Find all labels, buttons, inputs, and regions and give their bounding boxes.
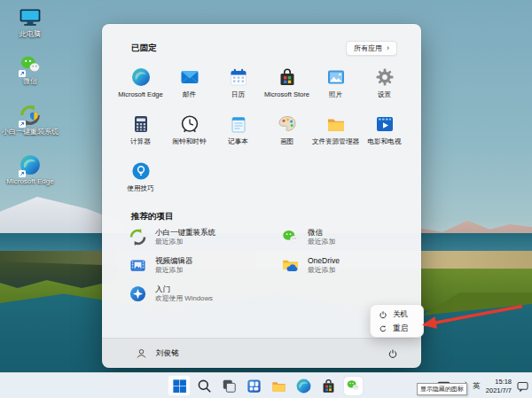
- recommended-item-name: OneDrive: [308, 256, 340, 265]
- desktop-icon-xiaobai-reinstall[interactable]: 小白一键重装系统: [2, 104, 59, 136]
- pinned-app-file-explorer[interactable]: 文件资源管理器: [311, 111, 360, 153]
- pinned-apps-grid: Microsoft Edge 邮件 日历 Microsoft Store 照片 …: [116, 64, 409, 200]
- pinned-app-settings[interactable]: 设置: [360, 64, 409, 106]
- task-view-button[interactable]: [217, 375, 240, 396]
- notification-center-icon[interactable]: [517, 381, 528, 392]
- this-pc-icon: [18, 6, 43, 29]
- recommended-item-text: 微信 最近添加: [308, 228, 335, 246]
- wechat-icon: [346, 378, 360, 393]
- all-apps-button[interactable]: 所有应用 ›: [346, 41, 397, 56]
- chevron-right-icon: ›: [387, 44, 389, 52]
- recommended-item-onedrive[interactable]: OneDrive 最近添加: [281, 255, 408, 276]
- calculator-icon: [130, 113, 152, 135]
- tips-bulb-icon: [130, 160, 152, 182]
- file-explorer-button[interactable]: [267, 375, 290, 396]
- notepad-icon: [228, 113, 249, 135]
- recommended-item-name: 小白一键重装系统: [155, 228, 215, 237]
- calendar-icon: [228, 66, 249, 88]
- windows-logo-icon: [171, 378, 188, 394]
- pinned-app-label: 日历: [231, 90, 245, 99]
- power-icon: [379, 310, 387, 319]
- edge-taskbar-button[interactable]: [292, 375, 315, 396]
- recommended-item-video-editor[interactable]: 视频编辑器 最近添加: [129, 255, 281, 276]
- recommended-item-name: 微信: [308, 228, 335, 237]
- widgets-icon: [246, 378, 262, 394]
- recommended-item-text: 视频编辑器 最近添加: [155, 256, 193, 275]
- start-button[interactable]: [168, 375, 191, 396]
- pinned-app-label: 闹钟和时钟: [173, 137, 207, 146]
- pinned-app-store[interactable]: Microsoft Store: [262, 64, 311, 106]
- edge-icon: [18, 153, 43, 176]
- gear-icon: [374, 66, 395, 88]
- recommended-item-get-started[interactable]: 入门 欢迎使用 Windows: [129, 284, 281, 304]
- user-account-button[interactable]: 刘俊铭: [134, 339, 179, 368]
- pinned-app-alarms-clock[interactable]: 闹钟和时钟: [165, 111, 214, 153]
- taskbar-center-icons: [168, 375, 364, 396]
- search-button[interactable]: [192, 375, 215, 396]
- search-icon: [196, 378, 213, 394]
- pinned-section-header: 已固定: [131, 43, 157, 54]
- recommended-item-wechat[interactable]: 微信 最近添加: [281, 227, 408, 247]
- store-taskbar-button[interactable]: [317, 375, 340, 396]
- recommended-item-sub: 最近添加: [155, 238, 215, 246]
- tray-date: 2021/7/7: [486, 386, 512, 395]
- desktop-icon-label: Microsoft Edge: [2, 177, 59, 185]
- shutdown-label: 关机: [393, 309, 408, 320]
- pinned-app-label: 计算器: [130, 137, 151, 146]
- folder-icon: [325, 113, 347, 135]
- wechat-icon: [18, 53, 43, 76]
- power-button[interactable]: [383, 344, 402, 363]
- user-name: 刘俊铭: [156, 348, 179, 359]
- recommended-item-name: 入门: [155, 285, 213, 293]
- pinned-app-edge[interactable]: Microsoft Edge: [116, 64, 165, 106]
- desktop-icon-label: 此电脑: [2, 30, 59, 38]
- shutdown-menu-item[interactable]: 关机: [371, 308, 423, 322]
- recommended-grid: 小白一键重装系统 最近添加 微信 最近添加 视频编辑器 最近添加 OneDriv…: [129, 227, 408, 304]
- shortcut-arrow-badge: [19, 70, 26, 77]
- pinned-app-label: 邮件: [183, 90, 196, 99]
- power-icon: [387, 348, 398, 359]
- shortcut-arrow-badge: [19, 121, 26, 128]
- recommended-item-sub: 最近添加: [308, 238, 335, 246]
- pinned-app-label: 照片: [329, 90, 342, 99]
- desktop-icon-edge[interactable]: Microsoft Edge: [2, 153, 59, 185]
- pinned-app-calculator[interactable]: 计算器: [116, 111, 165, 153]
- restart-menu-item[interactable]: 重启: [371, 322, 423, 336]
- mail-icon: [179, 66, 200, 88]
- reinstall-system-icon: [129, 228, 147, 246]
- desktop-icon-this-pc[interactable]: 此电脑: [2, 6, 59, 38]
- shortcut-arrow-badge: [19, 170, 26, 177]
- recommended-item-sub: 欢迎使用 Windows: [155, 294, 213, 302]
- reinstall-system-icon: [18, 104, 43, 127]
- wechat-tile: [344, 377, 363, 395]
- recommended-item-sub: 最近添加: [308, 266, 340, 274]
- pinned-app-label: 设置: [378, 90, 391, 99]
- pinned-app-label: Microsoft Store: [264, 90, 309, 98]
- recommended-item-text: 小白一键重装系统 最近添加: [155, 228, 215, 246]
- pinned-app-notepad[interactable]: 记事本: [214, 111, 262, 153]
- pinned-app-calendar[interactable]: 日历: [214, 64, 262, 106]
- wechat-taskbar-button[interactable]: [341, 375, 364, 396]
- pinned-app-photos[interactable]: 照片: [311, 64, 360, 106]
- photos-icon: [325, 66, 347, 88]
- tray-time: 15:18: [486, 378, 512, 386]
- pinned-app-movies-tv[interactable]: 电影和电视: [360, 111, 409, 153]
- clock-icon: [179, 113, 200, 135]
- microsoft-store-icon: [320, 378, 337, 394]
- pinned-app-label: 画图: [280, 137, 293, 146]
- ime-language-indicator[interactable]: 英: [473, 381, 481, 392]
- microsoft-store-icon: [277, 66, 298, 88]
- desktop-icon-wechat[interactable]: 微信: [2, 53, 59, 85]
- pinned-app-tips[interactable]: 使用技巧: [116, 158, 165, 200]
- pinned-app-mail[interactable]: 邮件: [165, 64, 214, 106]
- pinned-app-label: 记事本: [228, 137, 248, 146]
- show-hidden-icons-tooltip: 显示隐藏的图标: [417, 383, 467, 395]
- recommended-item-text: OneDrive 最近添加: [308, 256, 340, 275]
- clock-date-display[interactable]: 15:18 2021/7/7: [486, 378, 512, 395]
- recommended-item-sub: 最近添加: [155, 266, 193, 274]
- pinned-app-paint[interactable]: 画图: [262, 111, 311, 153]
- restart-label: 重启: [393, 324, 408, 334]
- wechat-icon: [281, 228, 300, 246]
- recommended-item-xiaobai[interactable]: 小白一键重装系统 最近添加: [129, 227, 281, 247]
- widgets-button[interactable]: [242, 375, 265, 396]
